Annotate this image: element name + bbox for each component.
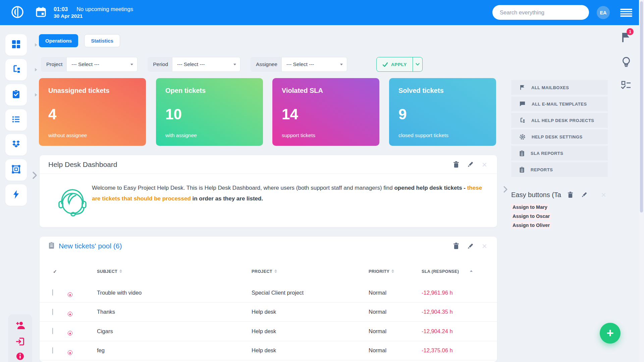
checklist-icon[interactable] xyxy=(621,80,632,92)
menu-help-desk-settings[interactable]: HELP DESK SETTINGS xyxy=(511,129,608,144)
assign-to-oliver-button[interactable]: Assign to Oliver xyxy=(511,222,551,229)
project-select[interactable]: --- Select --- xyxy=(66,57,138,72)
sidebar-item-tasks[interactable] xyxy=(5,84,27,106)
project-select-value: --- Select --- xyxy=(71,61,99,67)
row-checkbox[interactable] xyxy=(52,309,53,315)
filter-period: Period --- Select --- xyxy=(148,57,240,72)
chevron-right-icon[interactable] xyxy=(35,93,37,97)
avatar[interactable]: EA xyxy=(597,6,610,19)
table-row[interactable]: Thanks Help desk Normal -12,904.35 h xyxy=(40,303,497,322)
support-headset-icon xyxy=(56,185,89,221)
sort-ascending-icon[interactable] xyxy=(470,270,473,272)
row-checkbox[interactable] xyxy=(52,289,53,296)
chat-bubble-icon xyxy=(519,101,526,107)
column-subject[interactable]: SUBJECT xyxy=(97,269,252,275)
table-row[interactable]: Trouble with video Special Client projec… xyxy=(40,283,497,303)
sidebar-item-list[interactable] xyxy=(5,109,27,131)
cell-sla: -12,904.35 h xyxy=(422,309,497,315)
stat-card-open-tickets[interactable]: Open tickets 10 with assignee xyxy=(156,78,263,146)
sort-icon[interactable] xyxy=(391,269,394,275)
info-icon[interactable] xyxy=(16,352,24,362)
chevron-right-icon[interactable] xyxy=(35,43,37,47)
stat-card-violated-sla[interactable]: Violated SLA 14 support tickets xyxy=(272,78,379,146)
app-logo-icon[interactable] xyxy=(11,5,24,20)
tickets-pool-title[interactable]: New tickets' pool (6) xyxy=(59,242,122,250)
welcome-bold: opened help desk tickets - xyxy=(394,185,467,191)
cell-project: Special Client project xyxy=(252,290,369,296)
sidebar-item-modules[interactable] xyxy=(5,159,27,181)
clock-time: 01:03 xyxy=(54,6,68,12)
menu-sla-reports[interactable]: SLA REPORTS xyxy=(511,146,608,161)
card-value: 10 xyxy=(165,106,182,123)
edit-pencil-icon[interactable] xyxy=(467,243,474,250)
tab-statistics[interactable]: Statistics xyxy=(84,34,120,47)
row-checkbox[interactable] xyxy=(52,347,53,354)
period-select[interactable]: --- Select --- xyxy=(172,57,240,72)
stat-card-unassigned-tickets[interactable]: Unassigned tickets 4 without assignee xyxy=(39,78,146,146)
sort-icon[interactable] xyxy=(274,269,277,275)
lightbulb-icon[interactable] xyxy=(621,56,631,70)
search-input[interactable] xyxy=(492,5,589,20)
row-checkbox[interactable] xyxy=(52,328,53,334)
clipboard-check-icon xyxy=(11,89,21,101)
sidebar-expand-chevron-icon[interactable] xyxy=(31,170,38,182)
apply-dropdown-toggle[interactable] xyxy=(413,57,422,71)
chevron-right-icon[interactable] xyxy=(35,68,37,71)
card-title: Solved tickets xyxy=(398,87,487,95)
stat-card-solved-tickets[interactable]: Solved tickets 9 closed support tickets xyxy=(389,78,496,146)
widget-collapse-chevron-icon[interactable] xyxy=(502,185,508,195)
new-tickets-pool-panel: New tickets' pool (6) × ✓ SUBJECT PROJEC… xyxy=(40,237,497,362)
column-priority[interactable]: PRIORITY xyxy=(369,269,422,275)
sort-icon[interactable] xyxy=(119,269,122,275)
welcome-intro: Welcome to Easy Project Help Desk. This … xyxy=(92,185,394,191)
cell-subject: Trouble with video xyxy=(97,290,252,296)
trash-icon[interactable] xyxy=(453,161,460,168)
scrollbar-thumb[interactable] xyxy=(640,1,643,213)
project-tree-icon xyxy=(519,117,525,123)
cell-subject: feg xyxy=(97,347,252,354)
column-sla-response[interactable]: SLA (RESPONSE) xyxy=(422,269,497,275)
meeting-status: No upcoming meetings xyxy=(76,6,133,12)
current-date: 30 Apr 2021 xyxy=(54,13,133,20)
sidebar-item-dropbox[interactable] xyxy=(5,134,27,156)
dropbox-icon xyxy=(11,139,21,150)
sidebar-item-dashboard[interactable] xyxy=(5,34,27,56)
cell-project: Help desk xyxy=(252,328,369,335)
sidebar-item-projects[interactable] xyxy=(5,59,27,80)
menu-all-email-templates[interactable]: ALL E-MAIL TEMPLATES xyxy=(511,97,608,111)
trash-icon[interactable] xyxy=(567,191,574,198)
menu-all-mailboxes[interactable]: ALL MAILBOXES xyxy=(511,80,608,95)
close-icon[interactable]: × xyxy=(482,242,487,250)
add-new-button[interactable]: + xyxy=(600,323,621,344)
edit-pencil-icon[interactable] xyxy=(467,161,474,168)
menu-all-help-desk-projects[interactable]: ALL HELP DESK PROJECTS xyxy=(511,113,608,128)
tab-operations[interactable]: Operations xyxy=(39,34,78,47)
table-row[interactable]: feg Help desk Normal -12,375.06 h xyxy=(40,341,497,361)
close-icon[interactable]: × xyxy=(482,160,487,169)
filter-project: Project --- Select --- xyxy=(41,57,138,72)
close-icon[interactable]: × xyxy=(601,190,606,199)
logout-icon[interactable] xyxy=(15,337,25,348)
assign-to-mary-button[interactable]: Assign to Mary xyxy=(511,204,549,210)
apply-button[interactable]: APPLY xyxy=(376,57,423,72)
assignee-select[interactable]: --- Select --- xyxy=(281,57,347,72)
trash-icon[interactable] xyxy=(453,242,460,250)
cell-sla: -12,904.24 h xyxy=(422,328,497,335)
edit-pencil-icon[interactable] xyxy=(581,191,588,198)
menu-reports[interactable]: REPORTS xyxy=(511,162,608,177)
assign-to-oscar-button[interactable]: Assign to Oscar xyxy=(511,213,551,220)
card-title: Unassigned tickets xyxy=(48,87,137,95)
select-all-mark[interactable]: ✓ xyxy=(40,269,68,275)
calendar-icon[interactable] xyxy=(36,6,46,19)
add-user-icon[interactable] xyxy=(14,320,26,332)
sidebar-item-quick-actions[interactable] xyxy=(5,184,27,206)
cell-subject: Cigars xyxy=(97,328,252,335)
scrollbar-track[interactable] xyxy=(639,0,644,362)
table-row[interactable]: Cigars Help desk Normal -12,904.24 h xyxy=(40,322,497,341)
filter-assignee-label: Assignee xyxy=(256,61,277,67)
lightning-icon xyxy=(12,190,20,200)
dashboard-grid-icon xyxy=(11,39,21,51)
menu-icon[interactable] xyxy=(620,9,632,17)
column-project[interactable]: PROJECT xyxy=(252,269,369,275)
table-body: Trouble with video Special Client projec… xyxy=(40,283,497,360)
